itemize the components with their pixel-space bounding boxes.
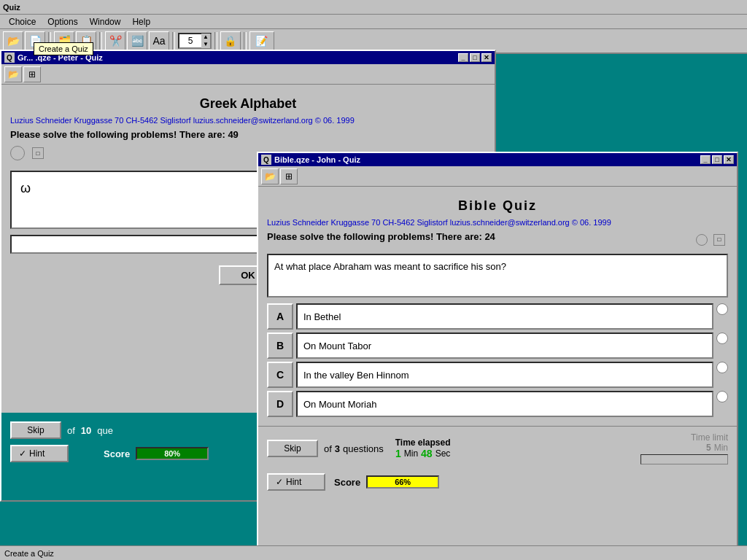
greek-window-controls: _ □ ✕ <box>458 53 492 62</box>
greek-maximize-btn[interactable]: □ <box>470 53 480 62</box>
greek-of-text: of <box>67 425 75 436</box>
option-B-text: On Mount Tabor <box>296 332 713 359</box>
bible-inner-toolbar: 📂 ⊞ <box>258 166 737 187</box>
greek-inner-toolbar: 📂 ⊞ <box>1 64 495 85</box>
toolbar-sep3 <box>172 32 175 50</box>
bible-time-limit-val: 5 <box>706 443 711 453</box>
toolbar-number-input[interactable]: 5 ▲ ▼ <box>178 33 212 49</box>
menu-choice[interactable]: Choice <box>3 15 42 28</box>
hint-checkmark: ✓ <box>19 448 26 459</box>
toolbar-btn6[interactable]: 🔤 <box>127 31 147 50</box>
option-row-C: C In the valley Ben Hinnom <box>267 362 728 388</box>
bible-time-limit-area: Time limit 5 Min <box>640 432 728 464</box>
greek-score-pct: 80% <box>164 449 180 458</box>
greek-close-btn[interactable]: ✕ <box>481 53 492 62</box>
bible-score-label: Score <box>334 477 360 488</box>
option-row-A: A In Bethel <box>267 303 728 330</box>
option-D-radio[interactable] <box>716 391 728 402</box>
bible-of-text: of <box>324 443 332 454</box>
option-A-btn[interactable]: A <box>267 303 293 330</box>
option-A-text: In Bethel <box>296 303 713 330</box>
menubar: Choice Options Window Help <box>0 15 747 29</box>
option-B-radio[interactable] <box>716 332 728 344</box>
option-D-label: On Mount Moriah <box>303 399 376 410</box>
bible-resize-btn[interactable]: □ <box>713 234 725 246</box>
bible-question-box: At what place Abraham was meant to sacri… <box>267 254 728 298</box>
option-C-btn[interactable]: C <box>267 362 293 388</box>
bible-questions-label: questions <box>343 443 384 454</box>
bible-window-controls: _ □ ✕ <box>700 155 734 164</box>
greek-omega: ω <box>15 175 36 202</box>
menu-options[interactable]: Options <box>42 15 83 28</box>
option-B-btn[interactable]: B <box>267 332 293 359</box>
bible-circle-btn[interactable] <box>696 234 708 246</box>
bible-score-bar: 66% <box>366 475 439 489</box>
option-D-btn[interactable]: D <box>267 391 293 417</box>
bible-close-btn[interactable]: ✕ <box>724 155 734 164</box>
bible-hint-label: Hint <box>286 477 301 487</box>
bible-count: 3 <box>335 443 340 454</box>
bible-time-limit-unit: Min <box>714 443 728 453</box>
toolbar-lock-btn[interactable]: 🔒 <box>220 31 241 50</box>
greek-resize-btn[interactable]: □ <box>32 147 44 159</box>
option-B-label: On Mount Tabor <box>303 341 371 351</box>
bible-time-area: Time elapsed 1 Min 48 Sec <box>395 438 451 459</box>
greek-problems-line: Please solve the following problems! The… <box>10 129 486 140</box>
greek-author: Luzius Schneider Kruggasse 70 CH-5462 Si… <box>10 116 486 125</box>
menu-window[interactable]: Window <box>84 15 127 28</box>
bible-hint-btn[interactable]: ✓ Hint <box>267 473 325 491</box>
bible-minimize-btn[interactable]: _ <box>700 155 711 164</box>
bible-maximize-btn[interactable]: □ <box>712 155 722 164</box>
bible-open-btn[interactable]: 📂 <box>261 168 279 184</box>
option-row-B: B On Mount Tabor <box>267 332 728 359</box>
app-title: Quiz <box>3 3 20 12</box>
greek-circle-btn1[interactable] <box>10 146 25 160</box>
greek-open-btn[interactable]: 📂 <box>4 66 22 82</box>
greek-hint-btn[interactable]: ✓ Hint <box>10 445 69 462</box>
bible-min-label: Min <box>404 448 418 459</box>
option-C-radio[interactable] <box>716 362 728 373</box>
toolbar-btn5[interactable]: ✂️ <box>105 31 125 50</box>
greek-minimize-btn[interactable]: _ <box>458 53 468 62</box>
bible-window-icon: Q <box>261 155 271 165</box>
bible-time-values: 1 Min 48 Sec <box>395 448 450 459</box>
toolbar-btn7[interactable]: Aa <box>149 31 169 50</box>
toolbar-num-up[interactable]: ▲ <box>201 34 210 41</box>
option-A-radio[interactable] <box>716 303 728 315</box>
bible-window: Q Bible.qze - John - Quiz _ □ ✕ 📂 ⊞ Bibl… <box>257 152 738 560</box>
bible-main-title: Bible Quiz <box>267 198 728 214</box>
bible-question-text: At what place Abraham was meant to sacri… <box>274 261 506 272</box>
statusbar-text: Create a Quiz <box>4 549 54 558</box>
option-C-text: In the valley Ben Hinnom <box>296 362 713 388</box>
greek-window-icon: Q <box>4 52 15 63</box>
greek-skip-btn[interactable]: Skip <box>10 421 61 439</box>
option-C-label: In the valley Ben Hinnom <box>303 370 409 381</box>
bible-of-section: of 3 questions <box>324 443 384 454</box>
toolbar-num-spinners: ▲ ▼ <box>201 34 210 48</box>
greek-questions: que <box>97 425 113 436</box>
bible-time-min-val: 1 <box>395 448 401 459</box>
toolbar-quiz-btn[interactable]: 📝 <box>249 31 274 50</box>
bible-hint-check: ✓ <box>276 477 283 487</box>
bible-bottom-bar: Skip of 3 questions Time elapsed 1 Min 4… <box>258 426 737 470</box>
bible-content: Bible Quiz Luzius Schneider Kruggasse 70… <box>258 187 737 426</box>
menu-help[interactable]: Help <box>126 15 156 28</box>
bible-options: A In Bethel B On Mount Tabor C In the va… <box>267 303 728 417</box>
toolbar-num-down[interactable]: ▼ <box>201 41 210 48</box>
toolbar-open-btn[interactable]: 📂 <box>3 31 23 50</box>
bible-time-limit-label: Time limit <box>691 432 728 443</box>
bible-problems-count: 24 <box>484 231 495 242</box>
bible-author: Luzius Schneider Kruggasse 70 CH-5462 Si… <box>267 218 728 227</box>
option-row-D: D On Mount Moriah <box>267 391 728 417</box>
bible-window-title: Bible.qze - John - Quiz <box>274 155 700 164</box>
greek-table-btn[interactable]: ⊞ <box>23 66 41 82</box>
greek-score-label: Score <box>104 448 130 459</box>
greek-hint-label: Hint <box>29 448 44 459</box>
bible-skip-btn[interactable]: Skip <box>267 440 318 457</box>
bible-window-titlebar[interactable]: Q Bible.qze - John - Quiz _ □ ✕ <box>258 153 737 166</box>
toolbar-num-field[interactable]: 5 <box>179 36 201 46</box>
bible-sec-label: Sec <box>436 448 451 459</box>
bible-time-progress-bar <box>640 454 728 464</box>
statusbar: Create a Quiz <box>0 545 747 560</box>
bible-table-btn[interactable]: ⊞ <box>280 168 298 184</box>
